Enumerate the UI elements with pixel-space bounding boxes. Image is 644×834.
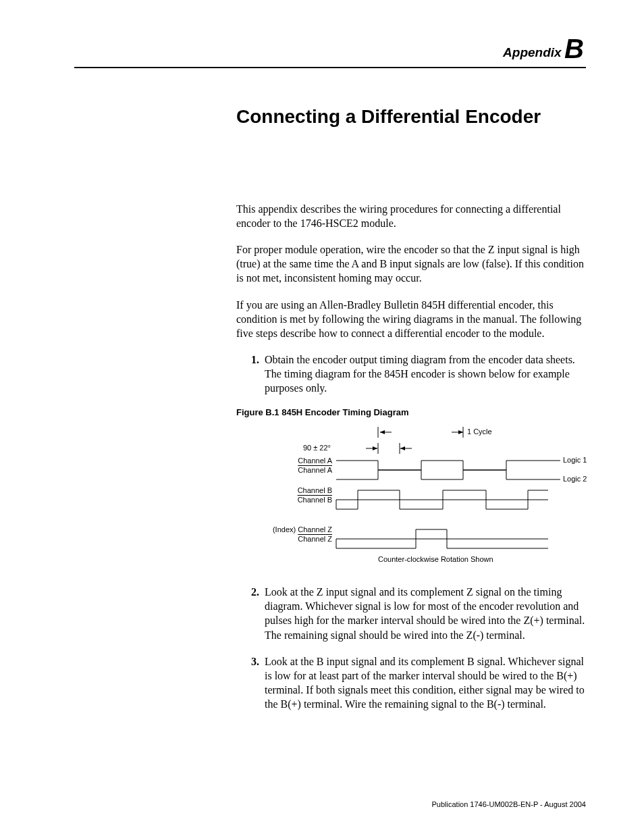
svg-marker-5 bbox=[458, 430, 463, 434]
appendix-header: Appendix B bbox=[74, 34, 586, 64]
label-chAbar: Channel A bbox=[257, 466, 332, 474]
main-content: Connecting a Differential Encoder This a… bbox=[236, 106, 587, 711]
label-chBbar: Channel B bbox=[257, 496, 332, 504]
header-rule bbox=[74, 67, 586, 68]
step-number: 3. bbox=[243, 654, 259, 669]
step-1: 1. Obtain the encoder output timing diag… bbox=[243, 353, 587, 395]
label-cycle: 1 Cycle bbox=[467, 427, 492, 436]
steps-list-cont: 2. Look at the Z input signal and its co… bbox=[243, 585, 587, 711]
step-text: Look at the B input signal and its compl… bbox=[265, 656, 585, 710]
label-chZ: (Index) Channel Z bbox=[230, 525, 332, 533]
timing-diagram: 1 Cycle 90 ± 22° Channel A Channel A Cha… bbox=[236, 423, 587, 571]
intro-para-3: If you are using an Allen-Bradley Bullet… bbox=[236, 298, 587, 340]
label-chA: Channel A bbox=[257, 457, 332, 465]
label-chB: Channel B bbox=[257, 486, 332, 494]
svg-marker-11 bbox=[400, 446, 405, 450]
label-logic2: Logic 2 bbox=[563, 475, 587, 483]
label-phase: 90 ± 22° bbox=[290, 444, 331, 452]
label-rotation: Counter-clockwise Rotation Shown bbox=[378, 555, 493, 563]
step-3: 3. Look at the B input signal and its co… bbox=[243, 654, 587, 711]
publication-footer: Publication 1746-UM002B-EN-P - August 20… bbox=[432, 800, 587, 808]
appendix-word: Appendix bbox=[503, 45, 562, 59]
appendix-letter: B bbox=[564, 34, 583, 63]
page-title: Connecting a Differential Encoder bbox=[236, 106, 587, 128]
svg-marker-9 bbox=[373, 446, 377, 450]
steps-list: 1. Obtain the encoder output timing diag… bbox=[243, 353, 587, 395]
figure-caption: Figure B.1 845H Encoder Timing Diagram bbox=[236, 407, 587, 417]
step-2: 2. Look at the Z input signal and its co… bbox=[243, 585, 587, 642]
step-number: 2. bbox=[243, 585, 259, 599]
intro-para-2: For proper module operation, wire the en… bbox=[236, 242, 587, 285]
svg-marker-3 bbox=[380, 430, 385, 434]
step-text: Obtain the encoder output timing diagram… bbox=[265, 354, 575, 394]
intro-para-1: This appendix describes the wiring proce… bbox=[236, 202, 587, 230]
step-number: 1. bbox=[243, 353, 259, 367]
label-logic1: Logic 1 bbox=[563, 456, 587, 464]
step-text: Look at the Z input signal and its compl… bbox=[265, 586, 585, 640]
label-chZbar: Channel Z bbox=[257, 535, 332, 543]
